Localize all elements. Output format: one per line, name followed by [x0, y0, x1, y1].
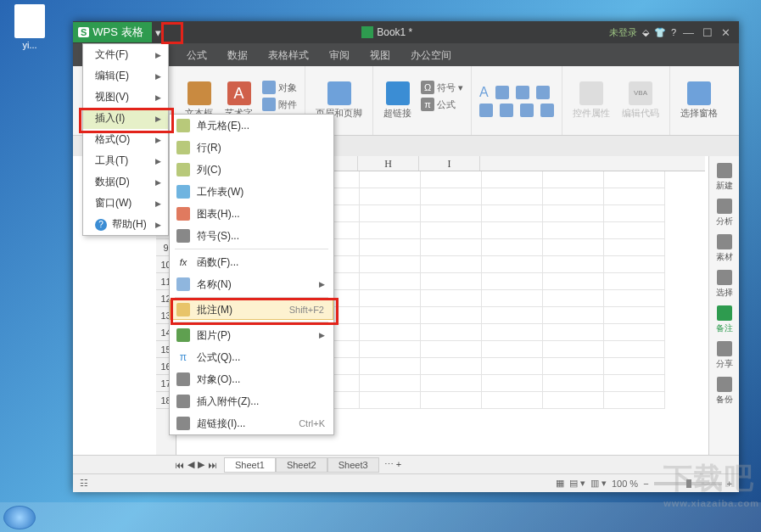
control-icon2[interactable] [513, 84, 532, 101]
cell[interactable] [604, 341, 665, 358]
sheet-nav-next[interactable]: ▶ [198, 459, 204, 470]
cell[interactable] [482, 273, 543, 290]
cell[interactable] [482, 392, 543, 409]
side-memo[interactable]: 备注 [712, 305, 737, 334]
cell[interactable] [604, 290, 665, 307]
submenu-item[interactable]: fx函数(F)... [170, 251, 333, 273]
formula-button[interactable]: π公式 [418, 97, 466, 112]
submenu-item[interactable]: 单元格(E)... [170, 115, 333, 137]
submenu-item[interactable]: 列(C) [170, 159, 333, 181]
control-icon1[interactable] [493, 84, 512, 101]
skin-icon[interactable]: ⬙ [642, 27, 649, 38]
cell[interactable] [421, 290, 482, 307]
ribbon-tab[interactable]: 视图 [360, 45, 400, 66]
submenu-item[interactable]: π公式(Q)... [170, 346, 333, 368]
submenu-item[interactable]: 行(R) [170, 137, 333, 159]
cell[interactable] [604, 171, 665, 188]
ribbon-tab[interactable]: 表格样式 [258, 45, 319, 66]
cell[interactable] [543, 307, 604, 324]
sheet-tab[interactable]: Sheet2 [276, 457, 327, 473]
cell[interactable] [604, 324, 665, 341]
cell[interactable] [543, 222, 604, 239]
edit-code-button[interactable]: VBA编辑代码 [617, 80, 664, 121]
cell[interactable] [604, 307, 665, 324]
cell[interactable] [421, 222, 482, 239]
cell[interactable] [543, 171, 604, 188]
text-style-a[interactable]: A [477, 84, 491, 101]
submenu-item[interactable]: 图表(H)... [170, 203, 333, 225]
maximize-button[interactable]: ☐ [702, 26, 713, 39]
cell[interactable] [421, 239, 482, 256]
cell[interactable] [543, 239, 604, 256]
side-backup[interactable]: 备份 [712, 377, 737, 406]
main-menu-item[interactable]: 工具(T)▶ [83, 150, 168, 171]
sheet-tab[interactable]: Sheet3 [327, 457, 379, 473]
cell[interactable] [360, 341, 421, 358]
control-icon6[interactable] [518, 103, 536, 118]
control-icon7[interactable] [538, 103, 557, 118]
main-menu-item[interactable]: 数据(D)▶ [83, 171, 168, 193]
zoom-slider[interactable] [654, 482, 722, 485]
cell[interactable] [421, 188, 482, 205]
ribbon-tab[interactable]: 办公空间 [400, 45, 462, 66]
cell[interactable] [482, 341, 543, 358]
cell[interactable] [360, 290, 421, 307]
cell[interactable] [421, 392, 482, 409]
cell[interactable] [482, 205, 543, 222]
cell[interactable] [421, 273, 482, 290]
cell[interactable] [360, 256, 421, 273]
submenu-item[interactable]: 插入附件(Z)... [170, 390, 333, 412]
object-button[interactable]: 对象 [260, 80, 299, 95]
cell[interactable] [604, 222, 665, 239]
cell[interactable] [360, 324, 421, 341]
cell[interactable] [543, 205, 604, 222]
minimize-button[interactable]: — [683, 26, 694, 39]
cell[interactable] [604, 188, 665, 205]
side-material[interactable]: 素材 [712, 234, 737, 263]
column-header[interactable]: H [358, 156, 419, 171]
side-analyze[interactable]: 分析 [712, 199, 737, 227]
submenu-item[interactable]: 符号(S)... [170, 225, 333, 247]
cell[interactable] [604, 273, 665, 290]
cell[interactable] [543, 324, 604, 341]
help-icon[interactable]: ? [671, 27, 676, 37]
cell[interactable] [604, 392, 665, 409]
cell[interactable] [360, 188, 421, 205]
cell[interactable] [421, 205, 482, 222]
attach-button[interactable]: 附件 [260, 97, 299, 112]
symbol-button[interactable]: Ω符号 ▾ [418, 80, 466, 95]
main-menu-item[interactable]: 格式(O)▶ [83, 129, 168, 150]
cell[interactable] [360, 375, 421, 392]
cell[interactable] [360, 171, 421, 188]
submenu-item[interactable]: 批注(M)Shift+F2 [170, 300, 333, 320]
main-menu-item[interactable]: 视图(V)▶ [83, 87, 168, 108]
main-menu-item[interactable]: 文件(F)▶ [83, 44, 168, 65]
cell[interactable] [543, 188, 604, 205]
cell[interactable] [421, 307, 482, 324]
select-pane-button[interactable]: 选择窗格 [675, 80, 723, 121]
cell[interactable] [482, 188, 543, 205]
wps-logo[interactable]: S WPS 表格 [73, 22, 152, 42]
cell[interactable] [543, 290, 604, 307]
control-icon5[interactable] [497, 103, 516, 118]
cell[interactable] [360, 239, 421, 256]
cell[interactable] [421, 358, 482, 375]
cell[interactable] [482, 324, 543, 341]
submenu-item[interactable]: 工作表(W) [170, 181, 333, 203]
control-icon3[interactable] [534, 84, 552, 101]
side-new[interactable]: 新建 [712, 163, 737, 192]
column-header[interactable]: I [419, 156, 480, 171]
cell[interactable] [482, 290, 543, 307]
cell[interactable] [421, 256, 482, 273]
zoom-in-button[interactable]: + [727, 479, 732, 489]
sheet-nav-first[interactable]: ⏮ [175, 460, 184, 470]
login-label[interactable]: 未登录 [609, 26, 637, 39]
cell[interactable] [604, 375, 665, 392]
cell[interactable] [604, 239, 665, 256]
cell[interactable] [482, 171, 543, 188]
close-button[interactable]: ✕ [721, 26, 730, 39]
sheet-tab[interactable]: Sheet1 [224, 457, 276, 473]
cell[interactable] [604, 358, 665, 375]
submenu-item[interactable]: 名称(N)▶ [170, 273, 333, 295]
main-menu-item[interactable]: 窗口(W)▶ [83, 193, 168, 214]
